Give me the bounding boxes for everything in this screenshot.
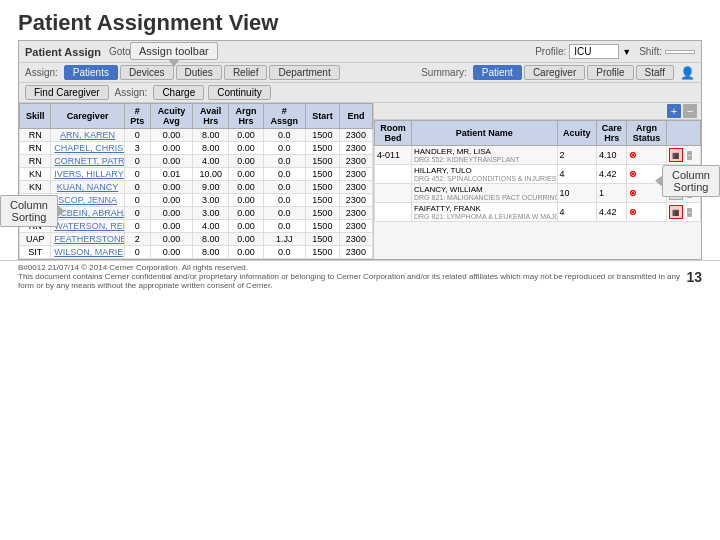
cell-start: 1500 bbox=[306, 220, 340, 233]
cell-caregiver[interactable]: IVERS, HILLARY bbox=[51, 168, 125, 181]
cell-end: 2300 bbox=[339, 142, 372, 155]
row-remove-btn[interactable]: − bbox=[687, 208, 692, 217]
tab-duties[interactable]: Duties bbox=[176, 65, 222, 80]
find-caregiver-button[interactable]: Find Caregiver bbox=[25, 85, 109, 100]
cell-caregiver[interactable]: WATERSON, REBECA bbox=[51, 220, 125, 233]
tab-department[interactable]: Department bbox=[269, 65, 339, 80]
cell-skill: UAP bbox=[20, 233, 51, 246]
profile-label: Profile: bbox=[535, 46, 566, 57]
cell-patient-name[interactable]: CLANCY, WILLIAM DRG 821: MALIGNANCIES PA… bbox=[411, 184, 557, 203]
col-room-bed: RoomBed bbox=[375, 121, 412, 146]
cell-pts: 0 bbox=[124, 207, 150, 220]
summary-tab-patient[interactable]: Patient bbox=[473, 65, 522, 80]
page-number: 13 bbox=[686, 269, 702, 285]
patient-row: FAIFATTY, FRANK DRG 821: LYMPHOMA & LEUK… bbox=[375, 203, 701, 222]
cell-pts: 3 bbox=[124, 142, 150, 155]
profile-dropdown-icon[interactable]: ▼ bbox=[622, 47, 631, 57]
cell-skill: SIT bbox=[20, 246, 51, 259]
cell-start: 1500 bbox=[306, 155, 340, 168]
cell-skill: RN bbox=[20, 129, 51, 142]
cell-acuity: 0.00 bbox=[150, 181, 192, 194]
cell-end: 2300 bbox=[339, 194, 372, 207]
cell-caregiver[interactable]: CHAPEL, CHRISTY bbox=[51, 142, 125, 155]
right-panel-header: + − bbox=[374, 103, 701, 120]
profile-icon[interactable]: 👤 bbox=[680, 66, 695, 80]
patient-row: HILLARY, TULO DRG 452: SPINALCONDITIONS … bbox=[375, 165, 701, 184]
cell-argn: 0.00 bbox=[229, 142, 263, 155]
shift-value[interactable] bbox=[665, 50, 695, 54]
col-actions bbox=[666, 121, 700, 146]
cell-patient-name[interactable]: FAIFATTY, FRANK DRG 821: LYMPHOMA & LEUK… bbox=[411, 203, 557, 222]
cell-avail: 3.00 bbox=[193, 207, 229, 220]
col-acuity-avg: AcuityAvg bbox=[150, 104, 192, 129]
cell-pts: 0 bbox=[124, 181, 150, 194]
cell-start: 1500 bbox=[306, 233, 340, 246]
cell-argn: 0.00 bbox=[229, 129, 263, 142]
cell-patient-name[interactable]: HILLARY, TULO DRG 452: SPINALCONDITIONS … bbox=[411, 165, 557, 184]
cell-end: 2300 bbox=[339, 207, 372, 220]
footer: B#0012 21/07/14 © 2014 Cerner Corporatio… bbox=[0, 260, 720, 292]
cell-avail: 4.00 bbox=[193, 155, 229, 168]
profile-value[interactable]: ICU bbox=[569, 44, 619, 59]
cell-assgn: 0.0 bbox=[263, 129, 305, 142]
status-indicator: ⊗ bbox=[629, 150, 637, 160]
cell-assgn: 0.0 bbox=[263, 194, 305, 207]
cell-end: 2300 bbox=[339, 246, 372, 259]
shift-label: Shift: bbox=[639, 46, 662, 57]
cell-assign-action[interactable]: ▦ − bbox=[666, 146, 700, 165]
top-bar: Patient Assign Goto: 12/05/2015 📅 Profil… bbox=[19, 41, 701, 63]
caregiver-table: Skill Caregiver #Pts AcuityAvg AvailHrs … bbox=[19, 103, 373, 259]
summary-tab-caregiver[interactable]: Caregiver bbox=[524, 65, 585, 80]
cell-assign-action[interactable]: ▦ − bbox=[666, 203, 700, 222]
cell-caregiver[interactable]: ARN, KAREN bbox=[51, 129, 125, 142]
cell-room: 4-011 bbox=[375, 146, 412, 165]
disclaimer-text: This document contains Cerner confidenti… bbox=[18, 272, 686, 290]
cell-caregiver[interactable]: CORNETT, PATRICIA bbox=[51, 155, 125, 168]
column-sorting-callout-left: Column Sorting bbox=[0, 195, 58, 227]
status-indicator: ⊗ bbox=[629, 188, 637, 198]
assign-action-label: Assign: bbox=[115, 87, 148, 98]
caregiver-row: RN SCOP, JENNA 0 0.00 3.00 0.00 0.0 1500… bbox=[20, 194, 373, 207]
cell-caregiver[interactable]: WILSON, MARIE bbox=[51, 246, 125, 259]
caregiver-row: UAP FEATHERSTONE, H. 2 0.00 8.00 0.00 1.… bbox=[20, 233, 373, 246]
status-indicator: ⊗ bbox=[629, 169, 637, 179]
cell-pts: 0 bbox=[124, 168, 150, 181]
cell-acuity-val: 2 bbox=[557, 146, 596, 165]
remove-row-button[interactable]: − bbox=[683, 104, 697, 118]
tab-relief[interactable]: Relief bbox=[224, 65, 268, 80]
col-patient-name: Patient Name bbox=[411, 121, 557, 146]
cell-acuity: 0.00 bbox=[150, 233, 192, 246]
cell-room bbox=[375, 184, 412, 203]
patient-name-main: CLANCY, WILLIAM bbox=[414, 185, 555, 194]
action-row: Find Caregiver Assign: Charge Continuity bbox=[19, 83, 701, 103]
add-row-button[interactable]: + bbox=[667, 104, 681, 118]
cell-avail: 3.00 bbox=[193, 194, 229, 207]
charge-button[interactable]: Charge bbox=[153, 85, 204, 100]
patient-name-main: HANDLER, MR. LISA bbox=[414, 147, 555, 156]
assign-icon[interactable]: ▦ bbox=[669, 148, 683, 162]
cell-acuity: 0.01 bbox=[150, 168, 192, 181]
cell-argn: 0.00 bbox=[229, 155, 263, 168]
summary-tab-staff[interactable]: Staff bbox=[636, 65, 674, 80]
cell-argn: 0.00 bbox=[229, 246, 263, 259]
cell-patient-name[interactable]: HANDLER, MR. LISA DRG 552: KIDNEYTRANSPL… bbox=[411, 146, 557, 165]
cell-pts: 0 bbox=[124, 155, 150, 168]
cell-room bbox=[375, 203, 412, 222]
cell-skill: KN bbox=[20, 168, 51, 181]
summary-tab-profile[interactable]: Profile bbox=[587, 65, 633, 80]
cell-acuity: 0.00 bbox=[150, 220, 192, 233]
cell-caregiver[interactable]: KUAN, NANCY bbox=[51, 181, 125, 194]
continuity-button[interactable]: Continuity bbox=[208, 85, 270, 100]
assign-icon[interactable]: ▦ bbox=[669, 205, 683, 219]
cell-argn: 0.00 bbox=[229, 181, 263, 194]
cell-status: ⊗ bbox=[627, 146, 666, 165]
cell-pts: 0 bbox=[124, 194, 150, 207]
tab-patients[interactable]: Patients bbox=[64, 65, 118, 80]
cell-caregiver[interactable]: FEATHERSTONE, H. bbox=[51, 233, 125, 246]
cell-acuity: 0.00 bbox=[150, 207, 192, 220]
cell-avail: 8.00 bbox=[193, 233, 229, 246]
row-remove-btn[interactable]: − bbox=[687, 151, 692, 160]
cell-argn: 0.00 bbox=[229, 194, 263, 207]
status-indicator: ⊗ bbox=[629, 207, 637, 217]
tab-devices[interactable]: Devices bbox=[120, 65, 174, 80]
